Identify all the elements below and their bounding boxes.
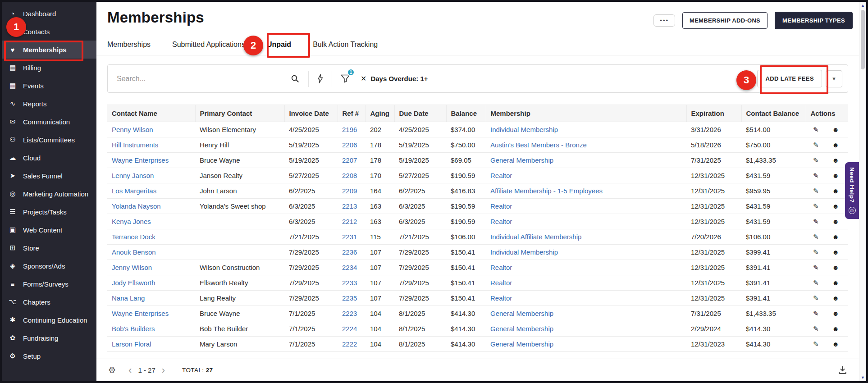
edit-pencil-icon[interactable]: ✎ bbox=[813, 248, 819, 256]
contact-link[interactable]: Kenya Jones bbox=[112, 218, 151, 225]
contact-profile-icon[interactable]: ☻ bbox=[832, 310, 839, 317]
edit-pencil-icon[interactable]: ✎ bbox=[813, 310, 819, 318]
search-input[interactable] bbox=[117, 75, 286, 83]
edit-pencil-icon[interactable]: ✎ bbox=[813, 325, 819, 333]
contact-profile-icon[interactable]: ☻ bbox=[832, 218, 839, 225]
column-header-expiration[interactable]: Expiration bbox=[686, 105, 741, 122]
edit-pencil-icon[interactable]: ✎ bbox=[813, 233, 819, 241]
sidebar-item-billing[interactable]: ▤Billing bbox=[2, 59, 96, 77]
column-header-actions[interactable]: Actions bbox=[806, 105, 848, 122]
sidebar-item-lists-committees[interactable]: ⚇Lists/Committees bbox=[2, 131, 96, 149]
add-late-fees-button[interactable]: ADD LATE FEES bbox=[757, 70, 822, 87]
contact-link[interactable]: Penny Wilson bbox=[112, 126, 153, 133]
sidebar-item-continuing-education[interactable]: ✱Continuing Education bbox=[2, 311, 96, 329]
ref-link[interactable]: 2213 bbox=[342, 202, 357, 210]
scroll-up-icon[interactable]: ▲ bbox=[861, 3, 865, 8]
sidebar-item-memberships[interactable]: ♥Memberships bbox=[2, 41, 96, 59]
quick-actions-bolt-icon[interactable] bbox=[309, 65, 332, 92]
edit-pencil-icon[interactable]: ✎ bbox=[813, 340, 819, 348]
contact-link[interactable]: Yolanda Nayson bbox=[112, 202, 161, 210]
membership-addons-button[interactable]: MEMBERSHIP ADD-ONS bbox=[682, 12, 767, 29]
next-page-icon[interactable]: › bbox=[157, 365, 169, 375]
sidebar-item-setup[interactable]: ⚙Setup bbox=[2, 347, 96, 365]
membership-link[interactable]: General Membership bbox=[490, 310, 553, 317]
export-download-icon[interactable] bbox=[838, 365, 847, 375]
membership-link[interactable]: Realtor bbox=[490, 264, 512, 271]
sidebar-item-communication[interactable]: ✉Communication bbox=[2, 113, 96, 131]
contact-profile-icon[interactable]: ☻ bbox=[832, 202, 839, 210]
tab-memberships[interactable]: Memberships bbox=[107, 41, 151, 49]
ref-link[interactable]: 2233 bbox=[342, 279, 357, 287]
membership-link[interactable]: Realtor bbox=[490, 279, 512, 287]
contact-profile-icon[interactable]: ☻ bbox=[832, 172, 839, 179]
membership-types-button[interactable]: MEMBERSHIP TYPES bbox=[775, 12, 853, 29]
column-header-due-date[interactable]: Due Date bbox=[394, 105, 446, 122]
ref-link[interactable]: 2212 bbox=[342, 218, 357, 225]
ref-link[interactable]: 2234 bbox=[342, 264, 357, 271]
ref-link[interactable]: 2235 bbox=[342, 294, 357, 302]
membership-link[interactable]: Individual Affiliate Membership bbox=[490, 233, 581, 241]
membership-link[interactable]: General Membership bbox=[490, 340, 553, 348]
vertical-scrollbar[interactable]: ▲ ▼ bbox=[859, 2, 866, 381]
contact-profile-icon[interactable]: ☻ bbox=[832, 156, 839, 164]
sidebar-item-cloud[interactable]: ☁Cloud bbox=[2, 149, 96, 167]
scroll-down-icon[interactable]: ▼ bbox=[861, 375, 865, 380]
contact-profile-icon[interactable]: ☻ bbox=[832, 141, 839, 149]
edit-pencil-icon[interactable]: ✎ bbox=[813, 202, 819, 210]
tab-unpaid[interactable]: Unpaid bbox=[267, 41, 291, 49]
need-help-tab[interactable]: Need Help? ☺ bbox=[845, 162, 859, 219]
sidebar-item-reports[interactable]: ∿Reports bbox=[2, 95, 96, 113]
contact-profile-icon[interactable]: ☻ bbox=[832, 340, 839, 348]
column-header-primary-contact[interactable]: Primary Contact bbox=[195, 105, 284, 122]
contact-profile-icon[interactable]: ☻ bbox=[832, 325, 839, 333]
ref-link[interactable]: 2209 bbox=[342, 187, 357, 195]
contact-profile-icon[interactable]: ☻ bbox=[832, 248, 839, 256]
contact-link[interactable]: Nana Lang bbox=[112, 294, 145, 302]
membership-link[interactable]: Individual Membership bbox=[490, 126, 558, 133]
edit-pencil-icon[interactable]: ✎ bbox=[813, 218, 819, 226]
edit-pencil-icon[interactable]: ✎ bbox=[813, 172, 819, 180]
sidebar-item-store[interactable]: ⊞Store bbox=[2, 239, 96, 257]
sidebar-item-fundraising[interactable]: ✿Fundraising bbox=[2, 329, 96, 347]
ref-link[interactable]: 2223 bbox=[342, 310, 357, 317]
ref-link[interactable]: 2196 bbox=[342, 126, 357, 133]
grid-settings-gear-icon[interactable]: ⚙ bbox=[108, 365, 116, 375]
sidebar-item-sponsors-ads[interactable]: ◈Sponsors/Ads bbox=[2, 257, 96, 275]
column-header-contact-balance[interactable]: Contact Balance bbox=[741, 105, 806, 122]
contact-profile-icon[interactable]: ☻ bbox=[832, 233, 839, 241]
membership-link[interactable]: Realtor bbox=[490, 202, 512, 210]
membership-link[interactable]: Affiliate Membership - 1-5 Employees bbox=[490, 187, 603, 195]
contact-link[interactable]: Wayne Enterprises bbox=[112, 310, 169, 317]
edit-pencil-icon[interactable]: ✎ bbox=[813, 264, 819, 272]
edit-pencil-icon[interactable]: ✎ bbox=[813, 141, 819, 149]
contact-profile-icon[interactable]: ☻ bbox=[832, 294, 839, 302]
sidebar-item-web-content[interactable]: ▣Web Content bbox=[2, 221, 96, 239]
sidebar-item-projects-tasks[interactable]: ☰Projects/Tasks bbox=[2, 203, 96, 221]
contact-profile-icon[interactable]: ☻ bbox=[832, 126, 839, 133]
filter-funnel-icon[interactable]: 1 bbox=[332, 65, 359, 92]
contact-link[interactable]: Jenny Wilson bbox=[112, 264, 152, 271]
ref-link[interactable]: 2207 bbox=[342, 156, 357, 164]
sidebar-item-chapters[interactable]: ⌥Chapters bbox=[2, 293, 96, 311]
ref-link[interactable]: 2208 bbox=[342, 172, 357, 179]
more-options-button[interactable]: ••• bbox=[653, 14, 675, 27]
membership-link[interactable]: Individual Membership bbox=[490, 248, 558, 256]
membership-link[interactable]: Realtor bbox=[490, 294, 512, 302]
days-overdue-filter-chip[interactable]: ✕ Days Overdue: 1+ bbox=[361, 74, 428, 83]
ref-link[interactable]: 2231 bbox=[342, 233, 357, 241]
edit-pencil-icon[interactable]: ✎ bbox=[813, 156, 819, 164]
contact-link[interactable]: Hill Instruments bbox=[112, 141, 158, 149]
column-header-contact-name[interactable]: Contact Name bbox=[107, 105, 195, 122]
sidebar-item-marketing-automation[interactable]: ◎Marketing Automation bbox=[2, 185, 96, 203]
edit-pencil-icon[interactable]: ✎ bbox=[813, 126, 819, 134]
membership-link[interactable]: General Membership bbox=[490, 325, 553, 333]
edit-pencil-icon[interactable]: ✎ bbox=[813, 294, 819, 302]
search-icon[interactable] bbox=[291, 74, 299, 83]
tab-bulk-action-tracking[interactable]: Bulk Action Tracking bbox=[313, 41, 378, 49]
ref-link[interactable]: 2224 bbox=[342, 325, 357, 333]
remove-filter-icon[interactable]: ✕ bbox=[361, 74, 366, 83]
contact-profile-icon[interactable]: ☻ bbox=[832, 279, 839, 287]
contact-link[interactable]: Larson Floral bbox=[112, 340, 151, 348]
ref-link[interactable]: 2206 bbox=[342, 141, 357, 149]
tab-submitted-applications[interactable]: Submitted Applications bbox=[172, 41, 245, 49]
